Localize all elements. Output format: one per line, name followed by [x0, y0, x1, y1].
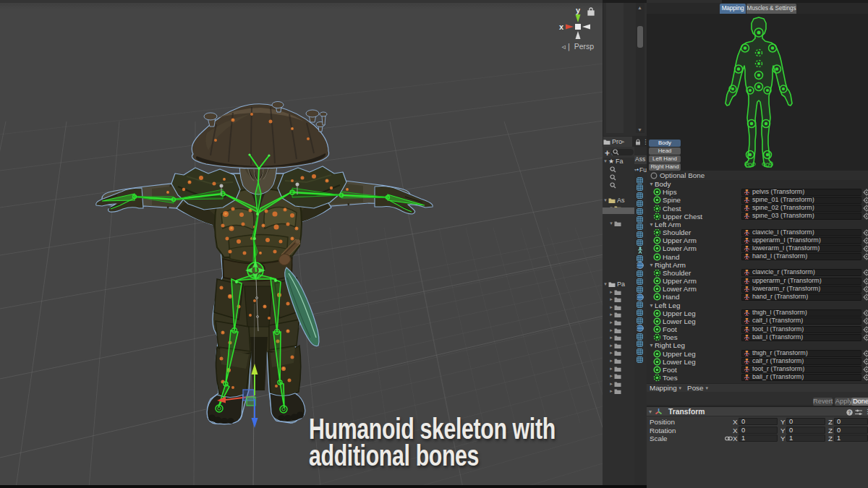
- svg-text:x: x: [559, 22, 564, 31]
- svg-text:y: y: [576, 6, 581, 14]
- svg-text:◃❘ Persp: ◃❘ Persp: [561, 42, 595, 51]
- svg-text:?: ?: [848, 410, 851, 415]
